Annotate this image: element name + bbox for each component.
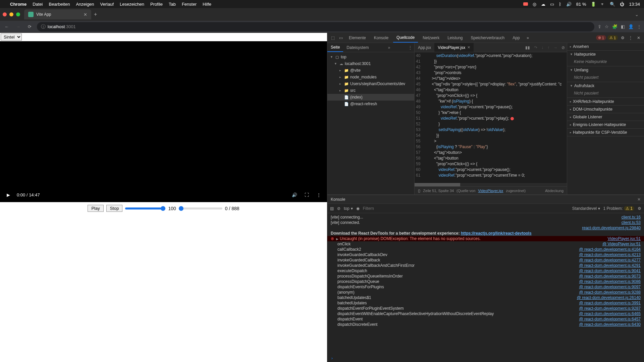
dbg-watch[interactable]: ▸Ansehen (567, 43, 644, 50)
back-button[interactable]: ← (3, 23, 11, 31)
devtools-close-icon[interactable]: ✕ (635, 35, 642, 41)
bookmark-icon[interactable]: ☆ (605, 24, 609, 29)
console-sidebar-icon[interactable]: ▤ (330, 206, 334, 211)
tab-speicher[interactable]: Speicherverbrauch (468, 33, 508, 43)
subtab-seite[interactable]: Seite (327, 43, 343, 52)
devtools-menu-icon[interactable]: ⋮ (627, 35, 634, 41)
pretty-print-icon[interactable]: {} (418, 189, 420, 193)
warning-count-badge[interactable]: ⚠ 1 (607, 35, 618, 40)
tab-elemente[interactable]: Elemente (345, 33, 369, 43)
tab-app[interactable]: App (509, 33, 523, 43)
stop-button[interactable]: Stop (106, 205, 123, 212)
search-icon[interactable]: 🔍 (610, 2, 615, 7)
forward-button[interactable]: → (14, 23, 22, 31)
error-count-badge[interactable]: ⊗ 1 (596, 35, 606, 40)
editor-h-scrollbar[interactable] (415, 183, 567, 186)
volume-slider[interactable] (125, 207, 165, 209)
tree-src[interactable]: ▸📁src (327, 87, 414, 94)
pause-debug-icon[interactable]: ▮▮ (523, 45, 532, 50)
console-clear-icon[interactable]: ⊘ (337, 206, 340, 211)
share-icon[interactable]: ⇪ (598, 24, 601, 29)
code-editor[interactable]: 4041424344454647484950515253545556575859… (415, 52, 567, 183)
bluetooth-icon[interactable]: ᛒ (559, 2, 561, 7)
display-icon[interactable]: ▭ (550, 2, 554, 7)
app-name[interactable]: Chrome (10, 2, 26, 7)
console-problems[interactable]: 1 Problem: ⚠ 1 (603, 206, 634, 211)
console-settings-icon[interactable]: ⚙ (638, 206, 641, 211)
coverage-label[interactable]: Abdeckung (545, 189, 564, 193)
tab-quellcode[interactable]: Quellcode (393, 33, 418, 43)
dbg-xhr[interactable]: ▸XHR/fetch-Haltepunkte (567, 98, 644, 105)
video-fullscreen-icon[interactable]: ⛶ (303, 191, 310, 198)
tree-top[interactable]: ▼▢top (327, 54, 414, 60)
maximize-window-button[interactable] (16, 12, 20, 16)
reload-button[interactable]: ⟳ (25, 23, 34, 31)
cloud-icon[interactable]: ☁ (541, 2, 545, 7)
video-select[interactable]: Sintel (1, 34, 22, 41)
console-live-icon[interactable]: ◉ (356, 206, 360, 211)
settings-icon[interactable]: ⚙ (619, 35, 626, 41)
console-context-select[interactable]: top ▾ (344, 206, 353, 211)
tab-leistung[interactable]: Leistung (444, 33, 466, 43)
dbg-callstack[interactable]: ▼Aufrufstack (567, 82, 644, 89)
console-input-prompt[interactable]: › (327, 354, 644, 362)
menu-lesezeichen[interactable]: Lesezeichen (120, 2, 144, 7)
tabs-dropdown-icon[interactable]: ⌄ (635, 12, 641, 17)
dbg-global[interactable]: ▸Globale Listener (567, 113, 644, 121)
inspect-element-icon[interactable]: ⬚ (329, 35, 336, 41)
dbg-csp[interactable]: ▸Haltepunkte für CSP-Verstöße (567, 129, 644, 136)
browser-tab[interactable]: Vite App ✕ (24, 9, 91, 19)
video-mute-icon[interactable]: 🔊 (291, 191, 298, 198)
step-out-icon[interactable]: ↑ (545, 45, 551, 50)
close-window-button[interactable] (3, 12, 7, 16)
subtab-menu-icon[interactable]: ⋮ (406, 45, 414, 50)
clock[interactable]: 13:34 (629, 2, 640, 7)
tree-vite[interactable]: ▸📁@vite (327, 67, 414, 74)
tree-users[interactable]: ▸📁Users/stephan/Documents/dev (327, 80, 414, 87)
subtab-more-icon[interactable]: » (386, 45, 392, 50)
battery-icon[interactable]: 🔋 (591, 2, 596, 7)
device-toggle-icon[interactable]: ▭ (337, 35, 344, 41)
menu-datei[interactable]: Datei (33, 2, 43, 7)
menu-profile[interactable]: Profile (150, 2, 163, 7)
profile-icon[interactable]: 👤 (628, 24, 634, 29)
tab-konsole[interactable]: Konsole (371, 33, 392, 43)
editor-tab-videoplayer[interactable]: VideoPlayer.jsx✕ (434, 43, 474, 52)
tree-index[interactable]: 📄(index) (327, 94, 414, 101)
video-player[interactable]: ▶ 0:00 / 14:47 🔊 ⛶ ⋮ (0, 41, 327, 202)
tab-close-icon[interactable]: ✕ (84, 12, 87, 17)
menu-fenster[interactable]: Fenster (182, 2, 197, 7)
deactivate-breakpoints-icon[interactable]: ⊘ (559, 45, 567, 50)
sidepanel-icon[interactable]: ◧ (621, 24, 625, 29)
dbg-event[interactable]: ▸Ereignis-Listener-Haltepunkte (567, 121, 644, 128)
video-play-icon[interactable]: ▶ (5, 191, 12, 198)
extensions-icon[interactable]: 🧩 (612, 24, 618, 29)
step-into-icon[interactable]: ↓ (539, 45, 545, 50)
seek-slider[interactable] (179, 207, 222, 209)
tab-netzwerk[interactable]: Netzwerk (419, 33, 443, 43)
step-over-icon[interactable]: ↷ (532, 45, 539, 50)
minimize-window-button[interactable] (9, 12, 13, 16)
new-tab-button[interactable]: + (94, 11, 97, 17)
url-input[interactable]: ⓘ localhost:3001 (37, 22, 594, 32)
editor-tab-app[interactable]: App.jsx (415, 43, 434, 52)
subtab-dateisystem[interactable]: Dateisystem (343, 43, 372, 52)
wifi-icon[interactable]: ᯤ (601, 2, 605, 7)
menu-tab[interactable]: Tab (169, 2, 176, 7)
step-icon[interactable]: → (551, 45, 559, 50)
site-info-icon[interactable]: ⓘ (41, 24, 46, 30)
menu-anzeigen[interactable]: Anzeigen (76, 2, 94, 7)
more-tabs-icon[interactable]: » (525, 35, 531, 41)
menu-hilfe[interactable]: Hilfe (203, 2, 211, 7)
dbg-dom[interactable]: ▸DOM-Umschaltpunkte (567, 106, 644, 113)
volume-icon[interactable]: 🔊 (566, 2, 572, 7)
console-filter-input[interactable] (363, 206, 569, 211)
tree-react-refresh[interactable]: 📄@react-refresh (327, 101, 414, 107)
console-close-icon[interactable]: ✕ (637, 197, 641, 202)
editor-tab-close-icon[interactable]: ✕ (467, 45, 470, 50)
dbg-scope[interactable]: ▼Umfang (567, 66, 644, 74)
menu-bearbeiten[interactable]: Bearbeiten (49, 2, 70, 7)
tree-host[interactable]: ▼☁localhost:3001 (327, 60, 414, 67)
code-content[interactable]: setDuration(videoRef."prop">current."pro… (423, 52, 564, 183)
tree-node-modules[interactable]: ▸📁node_modules (327, 74, 414, 80)
